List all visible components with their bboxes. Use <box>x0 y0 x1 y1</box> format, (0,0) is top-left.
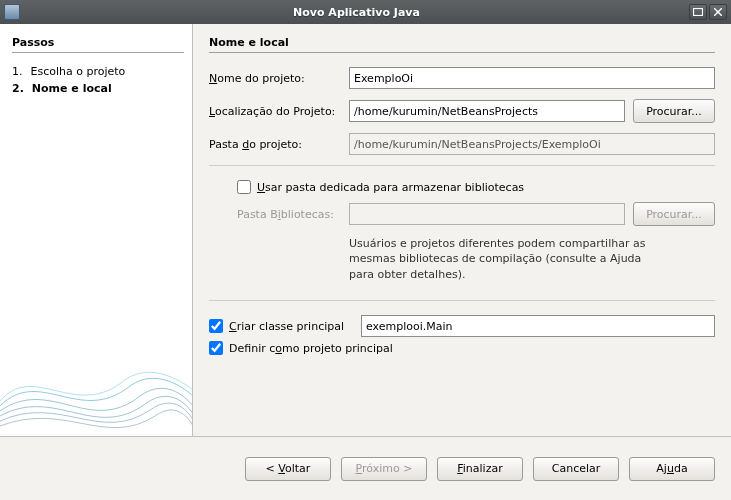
finish-button[interactable]: Finalizar <box>437 457 523 481</box>
browse-lib-button: Procurar... <box>633 202 715 226</box>
next-button: Próximo > <box>341 457 427 481</box>
main-panel: Nome e local Nome do projeto: Localizaçã… <box>193 24 731 436</box>
create-main-class-label: Criar classe principal <box>229 320 355 333</box>
use-dedicated-folder-checkbox[interactable] <box>237 180 251 194</box>
app-icon <box>4 4 20 20</box>
maximize-icon <box>693 8 703 16</box>
maximize-button[interactable] <box>689 4 707 20</box>
lib-folder-input <box>349 203 625 225</box>
cancel-button[interactable]: Cancelar <box>533 457 619 481</box>
step-number: 2. <box>12 82 24 95</box>
close-icon <box>714 8 722 16</box>
set-main-project-checkbox[interactable] <box>209 341 223 355</box>
step-item: 1. Escolha o projeto <box>12 63 184 80</box>
create-main-class-checkbox[interactable] <box>209 319 223 333</box>
project-name-input[interactable] <box>349 67 715 89</box>
main-class-input[interactable] <box>361 315 715 337</box>
back-button[interactable]: < Voltar <box>245 457 331 481</box>
step-label: Escolha o projeto <box>31 65 126 78</box>
dialog-footer: < Voltar Próximo > Finalizar Cancelar Aj… <box>0 436 731 500</box>
step-label: Nome e local <box>32 82 112 95</box>
helper-text: Usuários e projetos diferentes podem com… <box>349 236 649 282</box>
project-location-label: Localização do Projeto: <box>209 105 349 118</box>
close-button[interactable] <box>709 4 727 20</box>
window-title: Novo Aplicativo Java <box>26 6 687 19</box>
set-main-project-label: Definir como projeto principal <box>229 342 393 355</box>
project-name-label: Nome do projeto: <box>209 72 349 85</box>
steps-heading: Passos <box>12 36 184 49</box>
steps-list: 1. Escolha o projeto 2. Nome e local <box>12 63 184 97</box>
use-dedicated-folder-label: Usar pasta dedicada para armazenar bibli… <box>257 181 524 194</box>
project-folder-label: Pasta do projeto: <box>209 138 349 151</box>
lib-folder-label: Pasta Bibliotecas: <box>237 208 349 221</box>
svg-rect-0 <box>694 9 703 16</box>
title-bar: Novo Aplicativo Java <box>0 0 731 24</box>
section-heading: Nome e local <box>209 36 715 49</box>
step-number: 1. <box>12 65 23 78</box>
wave-decoration-icon <box>0 316 193 436</box>
browse-location-button[interactable]: Procurar... <box>633 99 715 123</box>
project-location-input[interactable] <box>349 100 625 122</box>
help-button[interactable]: Ajuda <box>629 457 715 481</box>
steps-sidebar: Passos 1. Escolha o projeto 2. Nome e lo… <box>0 24 193 436</box>
step-item: 2. Nome e local <box>12 80 184 97</box>
project-folder-input <box>349 133 715 155</box>
